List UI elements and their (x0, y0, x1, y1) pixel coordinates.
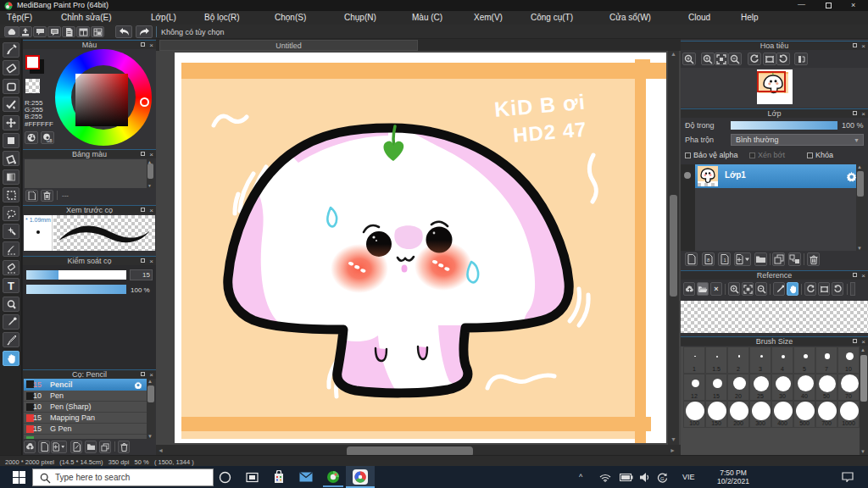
svg-text:G: G (660, 476, 665, 481)
svg-text:8: 8 (707, 258, 710, 263)
svg-text:GB: GB (47, 139, 53, 143)
svg-text:1: 1 (723, 258, 726, 263)
